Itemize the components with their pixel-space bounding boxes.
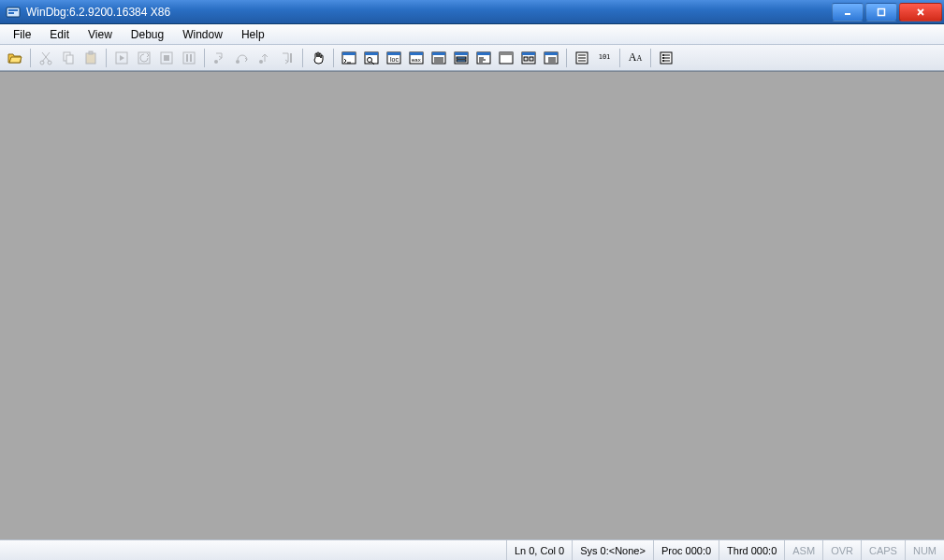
restart-button	[134, 48, 154, 68]
svg-rect-34	[410, 52, 423, 55]
window-controls	[830, 3, 942, 22]
stop-button	[156, 48, 177, 68]
options-button[interactable]	[656, 48, 676, 68]
svg-point-73	[662, 60, 664, 62]
toolbar-separator	[30, 49, 31, 67]
paste-button	[80, 48, 101, 68]
svg-point-69	[662, 54, 664, 56]
menu-edit[interactable]: Edit	[40, 25, 79, 44]
font-button[interactable]: AA	[625, 48, 646, 68]
svg-rect-46	[477, 52, 490, 55]
svg-rect-23	[290, 53, 292, 63]
memory-window-button[interactable]	[428, 48, 449, 68]
toolbar-separator	[333, 49, 334, 67]
watch-window-button[interactable]	[361, 48, 382, 68]
svg-rect-11	[86, 53, 95, 64]
svg-rect-10	[66, 55, 73, 64]
svg-rect-42	[455, 52, 468, 55]
status-lncol: Ln 0, Col 0	[506, 540, 572, 560]
svg-rect-4	[879, 8, 885, 15]
menubar: File Edit View Debug Window Help	[0, 24, 944, 45]
run-to-cursor-button	[277, 48, 298, 68]
svg-rect-53	[522, 52, 535, 55]
close-button[interactable]	[899, 3, 942, 22]
cut-button	[36, 48, 56, 68]
svg-rect-17	[183, 52, 195, 64]
binary-mode-button[interactable]: 101	[594, 48, 615, 68]
svg-rect-12	[89, 51, 93, 54]
svg-rect-55	[530, 57, 533, 61]
disassembly-window-button[interactable]	[473, 48, 494, 68]
status-num: NUM	[905, 540, 944, 560]
svg-point-21	[236, 60, 240, 64]
toolbar-separator	[566, 49, 567, 67]
step-into-button	[210, 48, 230, 68]
scratchpad-window-button[interactable]	[496, 48, 516, 68]
app-icon	[6, 5, 21, 20]
svg-rect-43	[457, 57, 466, 59]
status-ovr: OVR	[822, 540, 861, 560]
svg-text:loc: loc	[390, 56, 399, 63]
open-button[interactable]	[5, 48, 25, 68]
svg-rect-57	[545, 52, 558, 55]
svg-rect-1	[8, 9, 18, 11]
titlebar: WinDbg:6.2.9200.16384 X86	[0, 0, 944, 24]
toolbar-separator	[204, 49, 205, 67]
svg-rect-27	[365, 52, 378, 55]
status-sys[interactable]: Sys 0:<None>	[572, 540, 653, 560]
copy-button	[58, 48, 79, 68]
binary-label: 101	[599, 54, 611, 61]
svg-rect-25	[342, 52, 356, 55]
svg-rect-51	[500, 52, 513, 55]
locals-window-button[interactable]: loc	[384, 48, 404, 68]
svg-point-22	[259, 60, 263, 64]
status-caps: CAPS	[861, 540, 905, 560]
toolbar-separator	[619, 49, 620, 67]
svg-rect-44	[457, 60, 466, 62]
svg-rect-31	[387, 52, 400, 55]
status-asm: ASM	[784, 540, 822, 560]
menu-help[interactable]: Help	[232, 25, 274, 44]
registers-window-button[interactable]: eax	[406, 48, 427, 68]
go-button	[111, 48, 132, 68]
svg-point-20	[214, 60, 218, 64]
svg-text:eax: eax	[412, 57, 421, 63]
svg-rect-54	[524, 57, 528, 61]
status-thrd[interactable]: Thrd 000:0	[719, 540, 784, 560]
menu-window[interactable]: Window	[173, 25, 232, 44]
svg-rect-18	[186, 54, 188, 62]
toolbar: loc eax 101 AA	[0, 45, 944, 71]
svg-point-71	[662, 57, 664, 59]
toolbar-separator	[650, 49, 651, 67]
menu-file[interactable]: File	[4, 25, 40, 44]
window-title: WinDbg:6.2.9200.16384 X86	[26, 6, 830, 19]
hand-button[interactable]	[308, 48, 328, 68]
menu-debug[interactable]: Debug	[122, 25, 173, 44]
toolbar-separator	[302, 49, 303, 67]
break-button	[179, 48, 199, 68]
svg-rect-19	[190, 54, 192, 62]
svg-rect-16	[164, 55, 169, 61]
processes-window-button[interactable]	[518, 48, 539, 68]
source-window-button[interactable]	[541, 48, 561, 68]
svg-rect-2	[8, 12, 14, 14]
step-out-button	[254, 48, 275, 68]
workspace	[0, 71, 944, 539]
command-window-button[interactable]	[339, 48, 359, 68]
step-over-button	[232, 48, 253, 68]
statusbar: Ln 0, Col 0 Sys 0:<None> Proc 000:0 Thrd…	[0, 539, 944, 560]
source-mode-button[interactable]	[572, 48, 592, 68]
status-proc[interactable]: Proc 000:0	[653, 540, 719, 560]
maximize-button[interactable]	[865, 3, 897, 22]
callstack-window-button[interactable]	[451, 48, 472, 68]
toolbar-separator	[106, 49, 107, 67]
svg-rect-37	[432, 52, 445, 55]
minimize-button[interactable]	[832, 3, 864, 22]
status-spacer	[0, 540, 506, 560]
menu-view[interactable]: View	[79, 25, 122, 44]
